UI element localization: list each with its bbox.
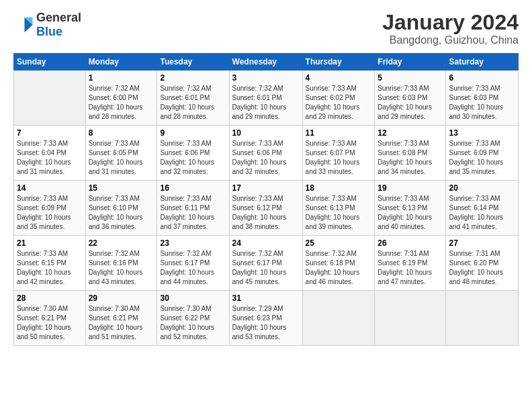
week-row-5: 28Sunrise: 7:30 AM Sunset: 6:21 PM Dayli… — [14, 291, 519, 346]
day-number: 6 — [449, 73, 515, 83]
day-info: Sunrise: 7:33 AM Sunset: 6:06 PM Dayligh… — [160, 139, 226, 177]
calendar-cell: 5Sunrise: 7:33 AM Sunset: 6:03 PM Daylig… — [375, 71, 446, 126]
week-row-2: 7Sunrise: 7:33 AM Sunset: 6:04 PM Daylig… — [14, 126, 519, 181]
day-number: 14 — [17, 183, 83, 193]
weekday-header-sunday: Sunday — [14, 54, 86, 71]
calendar-cell: 30Sunrise: 7:30 AM Sunset: 6:22 PM Dayli… — [157, 291, 229, 346]
header: General Blue January 2024 Bangdong, Guiz… — [13, 11, 519, 46]
day-info: Sunrise: 7:33 AM Sunset: 6:12 PM Dayligh… — [232, 194, 300, 232]
day-number: 19 — [378, 183, 443, 193]
day-number: 31 — [232, 293, 300, 303]
day-number: 1 — [89, 73, 154, 83]
weekday-header-wednesday: Wednesday — [229, 54, 302, 71]
day-number: 13 — [449, 128, 515, 138]
week-row-1: 1Sunrise: 7:32 AM Sunset: 6:00 PM Daylig… — [14, 71, 519, 126]
day-info: Sunrise: 7:32 AM Sunset: 6:00 PM Dayligh… — [89, 84, 154, 122]
month-title: January 2024 — [382, 11, 519, 34]
weekday-header-thursday: Thursday — [302, 54, 375, 71]
day-info: Sunrise: 7:33 AM Sunset: 6:07 PM Dayligh… — [306, 139, 372, 177]
day-number: 10 — [232, 128, 300, 138]
day-number: 8 — [89, 128, 154, 138]
title-block: January 2024 Bangdong, Guizhou, China — [382, 11, 519, 46]
day-info: Sunrise: 7:33 AM Sunset: 6:09 PM Dayligh… — [17, 194, 83, 232]
day-number: 29 — [89, 293, 154, 303]
calendar-cell: 17Sunrise: 7:33 AM Sunset: 6:12 PM Dayli… — [229, 181, 302, 236]
day-info: Sunrise: 7:31 AM Sunset: 6:20 PM Dayligh… — [449, 249, 515, 287]
day-number: 21 — [17, 238, 83, 248]
calendar-cell: 21Sunrise: 7:33 AM Sunset: 6:15 PM Dayli… — [14, 236, 86, 291]
day-number: 20 — [449, 183, 515, 193]
calendar-cell: 25Sunrise: 7:32 AM Sunset: 6:18 PM Dayli… — [302, 236, 375, 291]
day-number: 18 — [306, 183, 372, 193]
day-number: 30 — [160, 293, 226, 303]
day-number: 15 — [89, 183, 154, 193]
day-number: 12 — [378, 128, 443, 138]
day-number: 3 — [232, 73, 300, 83]
calendar-cell: 9Sunrise: 7:33 AM Sunset: 6:06 PM Daylig… — [157, 126, 229, 181]
calendar-cell: 4Sunrise: 7:33 AM Sunset: 6:02 PM Daylig… — [302, 71, 375, 126]
calendar-cell: 23Sunrise: 7:32 AM Sunset: 6:17 PM Dayli… — [157, 236, 229, 291]
day-info: Sunrise: 7:32 AM Sunset: 6:17 PM Dayligh… — [232, 249, 300, 287]
day-number: 27 — [449, 238, 515, 248]
day-info: Sunrise: 7:33 AM Sunset: 6:14 PM Dayligh… — [449, 194, 515, 232]
day-info: Sunrise: 7:30 AM Sunset: 6:22 PM Dayligh… — [160, 304, 226, 342]
calendar-table: SundayMondayTuesdayWednesdayThursdayFrid… — [13, 53, 519, 346]
week-row-3: 14Sunrise: 7:33 AM Sunset: 6:09 PM Dayli… — [14, 181, 519, 236]
calendar-cell — [302, 291, 375, 346]
day-number: 9 — [160, 128, 226, 138]
weekday-header-saturday: Saturday — [446, 54, 519, 71]
calendar-cell: 11Sunrise: 7:33 AM Sunset: 6:07 PM Dayli… — [302, 126, 375, 181]
weekday-header-tuesday: Tuesday — [157, 54, 229, 71]
calendar-cell — [375, 291, 446, 346]
day-number: 7 — [17, 128, 83, 138]
day-number: 26 — [378, 238, 443, 248]
day-info: Sunrise: 7:33 AM Sunset: 6:13 PM Dayligh… — [306, 194, 372, 232]
calendar-cell: 3Sunrise: 7:32 AM Sunset: 6:01 PM Daylig… — [229, 71, 302, 126]
day-info: Sunrise: 7:32 AM Sunset: 6:17 PM Dayligh… — [160, 249, 226, 287]
day-number: 4 — [306, 73, 372, 83]
calendar-cell: 19Sunrise: 7:33 AM Sunset: 6:13 PM Dayli… — [375, 181, 446, 236]
day-info: Sunrise: 7:33 AM Sunset: 6:04 PM Dayligh… — [17, 139, 83, 177]
day-info: Sunrise: 7:33 AM Sunset: 6:03 PM Dayligh… — [449, 84, 515, 122]
logo-text: General Blue — [36, 11, 81, 39]
day-number: 23 — [160, 238, 226, 248]
calendar-cell: 27Sunrise: 7:31 AM Sunset: 6:20 PM Dayli… — [446, 236, 519, 291]
calendar-cell: 6Sunrise: 7:33 AM Sunset: 6:03 PM Daylig… — [446, 71, 519, 126]
day-info: Sunrise: 7:30 AM Sunset: 6:21 PM Dayligh… — [89, 304, 154, 342]
calendar-cell: 13Sunrise: 7:33 AM Sunset: 6:09 PM Dayli… — [446, 126, 519, 181]
day-info: Sunrise: 7:29 AM Sunset: 6:23 PM Dayligh… — [232, 304, 300, 342]
weekday-header-friday: Friday — [375, 54, 446, 71]
day-number: 11 — [306, 128, 372, 138]
calendar-cell: 29Sunrise: 7:30 AM Sunset: 6:21 PM Dayli… — [85, 291, 157, 346]
calendar-cell — [14, 71, 86, 126]
day-number: 5 — [378, 73, 443, 83]
day-number: 2 — [160, 73, 226, 83]
weekday-header-row: SundayMondayTuesdayWednesdayThursdayFrid… — [14, 54, 519, 71]
location-subtitle: Bangdong, Guizhou, China — [382, 34, 519, 46]
day-info: Sunrise: 7:33 AM Sunset: 6:05 PM Dayligh… — [89, 139, 154, 177]
calendar-cell: 2Sunrise: 7:32 AM Sunset: 6:01 PM Daylig… — [157, 71, 229, 126]
week-row-4: 21Sunrise: 7:33 AM Sunset: 6:15 PM Dayli… — [14, 236, 519, 291]
calendar-cell: 12Sunrise: 7:33 AM Sunset: 6:08 PM Dayli… — [375, 126, 446, 181]
calendar-cell: 10Sunrise: 7:33 AM Sunset: 6:06 PM Dayli… — [229, 126, 302, 181]
day-info: Sunrise: 7:33 AM Sunset: 6:15 PM Dayligh… — [17, 249, 83, 287]
day-info: Sunrise: 7:32 AM Sunset: 6:01 PM Dayligh… — [160, 84, 226, 122]
calendar-cell — [446, 291, 519, 346]
day-info: Sunrise: 7:32 AM Sunset: 6:18 PM Dayligh… — [306, 249, 372, 287]
day-number: 28 — [17, 293, 83, 303]
calendar-cell: 7Sunrise: 7:33 AM Sunset: 6:04 PM Daylig… — [14, 126, 86, 181]
calendar-cell: 31Sunrise: 7:29 AM Sunset: 6:23 PM Dayli… — [229, 291, 302, 346]
day-info: Sunrise: 7:33 AM Sunset: 6:06 PM Dayligh… — [232, 139, 300, 177]
day-number: 24 — [232, 238, 300, 248]
day-info: Sunrise: 7:33 AM Sunset: 6:11 PM Dayligh… — [160, 194, 226, 232]
day-number: 25 — [306, 238, 372, 248]
day-info: Sunrise: 7:32 AM Sunset: 6:16 PM Dayligh… — [89, 249, 154, 287]
logo-icon — [13, 15, 34, 35]
calendar-cell: 18Sunrise: 7:33 AM Sunset: 6:13 PM Dayli… — [302, 181, 375, 236]
calendar-cell: 20Sunrise: 7:33 AM Sunset: 6:14 PM Dayli… — [446, 181, 519, 236]
day-number: 16 — [160, 183, 226, 193]
day-info: Sunrise: 7:30 AM Sunset: 6:21 PM Dayligh… — [17, 304, 83, 342]
calendar-cell: 16Sunrise: 7:33 AM Sunset: 6:11 PM Dayli… — [157, 181, 229, 236]
calendar-cell: 28Sunrise: 7:30 AM Sunset: 6:21 PM Dayli… — [14, 291, 86, 346]
calendar-cell: 14Sunrise: 7:33 AM Sunset: 6:09 PM Dayli… — [14, 181, 86, 236]
